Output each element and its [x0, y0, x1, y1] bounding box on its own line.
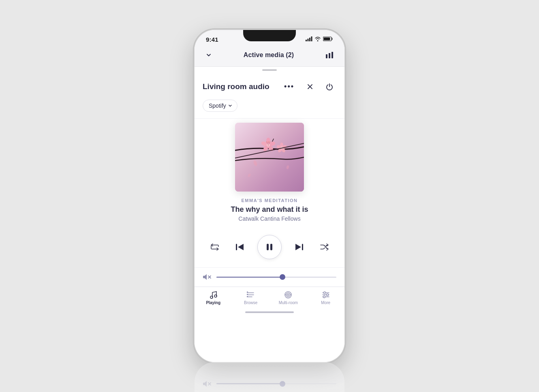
phone-frame: 9:41 [195, 30, 344, 362]
more-dots-icon: ••• [284, 82, 294, 91]
more-options-button[interactable]: ••• [281, 79, 297, 94]
pause-icon [265, 243, 274, 251]
volume-slider-thumb [280, 274, 285, 280]
phone-screen: 9:41 [195, 30, 344, 362]
svg-point-28 [280, 147, 283, 149]
source-chevron-icon [228, 104, 232, 108]
skip-forward-button[interactable] [291, 240, 307, 254]
svg-point-47 [286, 293, 290, 297]
notch [243, 30, 296, 41]
active-media-title: Active media (2) [244, 51, 294, 59]
tab-browse[interactable]: Browse [232, 290, 270, 305]
svg-rect-6 [326, 54, 327, 58]
track-artist: Catwalk Cantina Fellows [203, 215, 336, 222]
browse-list-icon [246, 290, 255, 299]
multiroom-icon [284, 290, 293, 299]
skip-back-button[interactable] [232, 240, 248, 254]
status-time: 9:41 [206, 36, 218, 43]
volume-slider-fill [216, 277, 282, 278]
tab-more[interactable]: More [307, 290, 345, 305]
repeat-button[interactable] [207, 240, 222, 254]
source-name: Spotify [209, 102, 226, 109]
svg-rect-34 [270, 244, 272, 250]
album-art-background [235, 123, 304, 192]
svg-point-16 [267, 144, 269, 146]
tab-playing-label: Playing [206, 300, 220, 305]
svg-point-20 [266, 141, 267, 142]
close-icon [307, 84, 313, 89]
status-icons [306, 36, 333, 43]
phone-reflection: Playing Browse [195, 362, 344, 392]
svg-rect-2 [309, 38, 310, 41]
tab-playing[interactable]: Playing [195, 290, 232, 305]
track-title: The why and what it is [203, 205, 336, 214]
volume-control [195, 268, 344, 286]
bar-chart-icon [326, 52, 333, 58]
svg-rect-0 [306, 40, 307, 41]
mute-button[interactable] [203, 273, 212, 281]
svg-rect-35 [302, 244, 303, 250]
shuffle-icon [320, 243, 329, 251]
svg-rect-1 [308, 39, 309, 42]
svg-rect-3 [311, 36, 312, 41]
svg-point-48 [287, 294, 289, 296]
shuffle-button[interactable] [317, 240, 332, 254]
bar-chart-button[interactable] [323, 49, 336, 62]
music-note-icon [209, 290, 218, 299]
svg-rect-43 [247, 292, 248, 293]
bottom-tabs: Playing Browse [195, 287, 344, 310]
tab-browse-label: Browse [244, 300, 257, 305]
reflection-overlay [195, 362, 344, 392]
tab-multiroom-label: Multi-room [279, 300, 298, 305]
svg-rect-8 [332, 52, 333, 58]
chevron-down-icon [206, 52, 212, 58]
signal-icon [306, 36, 312, 43]
playback-controls [195, 228, 344, 267]
main-content: Living room audio ••• [195, 73, 344, 316]
album-art-svg [235, 123, 304, 192]
svg-rect-7 [329, 53, 330, 58]
svg-rect-44 [247, 294, 248, 295]
svg-point-21 [270, 141, 270, 142]
battery-icon [323, 36, 333, 43]
phone-wrapper: 9:41 [195, 30, 344, 362]
svg-point-22 [268, 141, 269, 142]
album-art [235, 123, 304, 192]
volume-slider[interactable] [216, 277, 336, 278]
repeat-icon [210, 243, 219, 251]
track-info: EMMA'S MEDITATION The why and what it is… [195, 198, 344, 228]
skip-back-icon [235, 243, 244, 251]
play-pause-button[interactable] [257, 235, 282, 259]
drag-indicator [262, 69, 277, 71]
playlist-label: EMMA'S MEDITATION [203, 198, 336, 203]
source-selector[interactable]: Spotify [203, 100, 237, 112]
volume-mute-icon [203, 273, 212, 281]
home-indicator [245, 311, 294, 313]
device-header-actions: ••• [281, 79, 336, 94]
svg-rect-5 [324, 38, 330, 40]
power-button[interactable] [323, 80, 336, 94]
device-title: Living room audio [203, 82, 270, 91]
device-header: Living room audio ••• [195, 73, 344, 98]
tab-multiroom[interactable]: Multi-room [270, 290, 307, 305]
album-art-container [195, 119, 344, 198]
chevron-down-button[interactable] [203, 49, 215, 61]
tab-more-label: More [321, 300, 330, 305]
wifi-icon [314, 36, 321, 43]
sliders-icon [321, 290, 330, 299]
svg-rect-33 [267, 244, 269, 250]
active-media-bar: Active media (2) [195, 45, 344, 67]
svg-rect-45 [247, 296, 248, 297]
close-button[interactable] [304, 81, 316, 93]
svg-point-56 [323, 296, 325, 298]
svg-rect-9 [235, 123, 304, 192]
skip-forward-icon [295, 243, 304, 251]
power-icon [326, 83, 333, 90]
svg-point-54 [323, 292, 325, 294]
svg-rect-32 [236, 244, 237, 250]
svg-point-55 [326, 294, 328, 296]
